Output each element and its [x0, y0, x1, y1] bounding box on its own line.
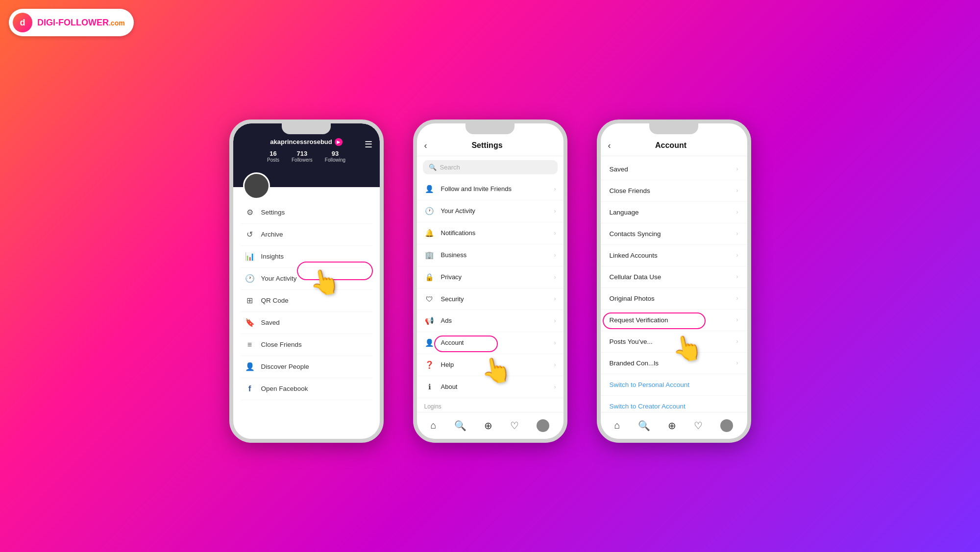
- account-cellular[interactable]: Cellular Data Use ›: [601, 266, 747, 288]
- account-original-photos[interactable]: Original Photos ›: [601, 288, 747, 310]
- account-contacts[interactable]: Contacts Syncing ›: [601, 223, 747, 245]
- chevron-icon: ›: [736, 316, 738, 323]
- chevron-icon: ›: [554, 252, 556, 259]
- search-placeholder: Search: [440, 164, 460, 171]
- follow-label: Follow and Invite Friends: [441, 185, 512, 192]
- insights-label: Insights: [261, 253, 284, 260]
- ads-label: Ads: [441, 317, 452, 324]
- settings-follow[interactable]: 👤 Follow and Invite Friends ›: [417, 178, 564, 200]
- settings-ads[interactable]: 📢 Ads ›: [417, 310, 564, 332]
- security-label: Security: [441, 295, 464, 303]
- phone-2-inner: ‹ Settings 🔍 Search 👤 Follow and Invite …: [417, 123, 564, 439]
- account-close-friends[interactable]: Close Friends ›: [601, 180, 747, 202]
- menu-item-close-friends[interactable]: ≡ Close Friends: [241, 334, 372, 356]
- chevron-icon: ›: [554, 186, 556, 192]
- phone-2-notch: [466, 123, 514, 134]
- privacy-label: Privacy: [441, 273, 462, 281]
- menu-item-qr-code[interactable]: ⊞ QR Code: [241, 290, 372, 312]
- home-nav-icon[interactable]: ⌂: [431, 420, 437, 431]
- hamburger-icon[interactable]: ☰: [365, 139, 372, 150]
- ads-icon: 📢: [424, 316, 435, 325]
- account-icon: 👤: [424, 338, 435, 347]
- help-icon: ❓: [424, 360, 435, 369]
- menu-item-insights[interactable]: 📊 Insights: [241, 246, 372, 268]
- chevron-icon: ›: [736, 187, 738, 194]
- add-nav-icon[interactable]: ⊕: [484, 420, 492, 432]
- archive-label: Archive: [261, 231, 283, 238]
- following-label: Following: [325, 157, 345, 163]
- settings-notifications[interactable]: 🔔 Notifications ›: [417, 222, 564, 244]
- username-text: akaprincessrosebud: [270, 138, 332, 145]
- profile-nav-avatar-3[interactable]: [720, 419, 733, 432]
- business-icon: 🏢: [424, 251, 435, 260]
- phone-1: akaprincessrosebud ▶ ☰ 16 Posts 713 Foll…: [229, 120, 384, 443]
- heart-nav-icon[interactable]: ♡: [510, 420, 519, 432]
- back-arrow-icon[interactable]: ‹: [424, 141, 427, 151]
- heart-nav-icon-3[interactable]: ♡: [694, 420, 703, 432]
- branded-text: Branded Con...ls: [610, 360, 659, 367]
- search-nav-icon[interactable]: 🔍: [454, 420, 466, 432]
- chevron-icon: ›: [554, 361, 556, 368]
- account-language[interactable]: Language ›: [601, 202, 747, 223]
- notifications-icon: 🔔: [424, 229, 435, 238]
- phone-3-inner: ‹ Account Saved › Close Friends › Langua…: [601, 123, 747, 439]
- phone-1-notch: [282, 123, 331, 134]
- menu-item-archive[interactable]: ↺ Archive: [241, 224, 372, 246]
- account-switch-personal[interactable]: Switch to Personal Account: [601, 374, 747, 396]
- account-saved[interactable]: Saved ›: [601, 159, 747, 180]
- stat-following: 93 Following: [325, 150, 345, 163]
- settings-activity[interactable]: 🕐 Your Activity ›: [417, 200, 564, 222]
- phone-2: ‹ Settings 🔍 Search 👤 Follow and Invite …: [413, 120, 567, 443]
- hand-cursor-2: 👆: [478, 354, 513, 387]
- chevron-icon: ›: [736, 360, 738, 366]
- verified-badge: ▶: [335, 138, 343, 146]
- activity-icon: 🕐: [424, 207, 435, 216]
- your-activity-label: Your Activity: [261, 275, 297, 282]
- avatar: [243, 172, 270, 199]
- menu-item-facebook[interactable]: f Open Facebook: [241, 378, 372, 400]
- phones-wrapper: akaprincessrosebud ▶ ☰ 16 Posts 713 Foll…: [0, 0, 980, 552]
- close-friends-text: Close Friends: [610, 187, 650, 194]
- home-nav-icon-3[interactable]: ⌂: [614, 420, 620, 431]
- menu-item-saved[interactable]: 🔖 Saved: [241, 312, 372, 334]
- chevron-icon: ›: [554, 295, 556, 302]
- stat-followers: 713 Followers: [292, 150, 313, 163]
- search-nav-icon-3[interactable]: 🔍: [638, 420, 650, 432]
- close-friends-icon: ≡: [245, 339, 255, 350]
- settings-privacy[interactable]: 🔒 Privacy ›: [417, 266, 564, 288]
- menu-item-settings[interactable]: ⚙ Settings: [241, 202, 372, 224]
- username: akaprincessrosebud ▶: [233, 138, 380, 146]
- chevron-icon: ›: [736, 273, 738, 280]
- facebook-label: Open Facebook: [261, 385, 308, 392]
- search-bar[interactable]: 🔍 Search: [423, 160, 558, 174]
- account-request-verification[interactable]: Request Verification ›: [601, 310, 747, 331]
- account-linked[interactable]: Linked Accounts ›: [601, 245, 747, 266]
- notifications-label: Notifications: [441, 229, 476, 237]
- hand-cursor-1: 👆: [307, 265, 342, 299]
- account-title: Account: [616, 141, 726, 150]
- settings-security[interactable]: 🛡 Security ›: [417, 288, 564, 310]
- search-icon: 🔍: [429, 164, 437, 171]
- bottom-nav-2: ⌂ 🔍 ⊕ ♡: [417, 412, 564, 439]
- menu-item-your-activity[interactable]: 🕐 Your Activity: [241, 268, 372, 290]
- chevron-icon: ›: [736, 209, 738, 216]
- original-photos-text: Original Photos: [610, 295, 655, 302]
- back-arrow-icon-3[interactable]: ‹: [608, 141, 611, 151]
- switch-personal-text: Switch to Personal Account: [610, 381, 690, 388]
- phone-1-menu: ⚙ Settings ↺ Archive 📊 Insights 🕐 Your A…: [233, 202, 380, 400]
- saved-text: Saved: [610, 166, 628, 173]
- close-friends-label: Close Friends: [261, 341, 302, 348]
- activity-icon: 🕐: [245, 273, 255, 284]
- security-icon: 🛡: [424, 295, 435, 303]
- menu-item-discover[interactable]: 👤 Discover People: [241, 356, 372, 378]
- phone-3: ‹ Account Saved › Close Friends › Langua…: [597, 120, 751, 443]
- add-nav-icon-3[interactable]: ⊕: [668, 420, 676, 432]
- settings-list: 👤 Follow and Invite Friends › 🕐 Your Act…: [417, 178, 564, 432]
- followers-count: 713: [292, 150, 313, 157]
- stat-posts: 16 Posts: [267, 150, 279, 163]
- saved-icon: 🔖: [245, 317, 255, 328]
- profile-nav-avatar[interactable]: [537, 419, 549, 432]
- settings-account[interactable]: 👤 Account ›: [417, 332, 564, 354]
- qr-icon: ⊞: [245, 295, 255, 306]
- settings-business[interactable]: 🏢 Business ›: [417, 244, 564, 266]
